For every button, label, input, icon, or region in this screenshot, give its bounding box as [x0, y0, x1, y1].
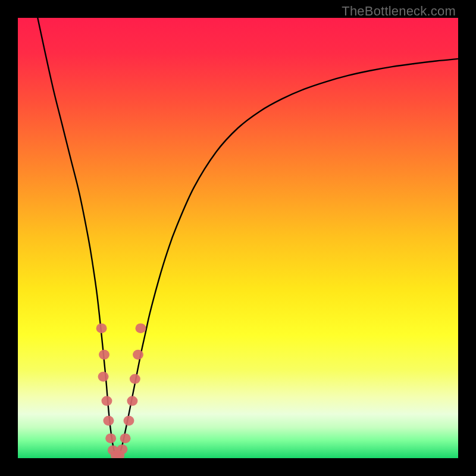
- chart-frame: TheBottleneck.com: [0, 0, 476, 476]
- data-marker: [98, 372, 109, 382]
- data-marker: [117, 444, 127, 455]
- plot-area: [18, 18, 458, 458]
- data-marker: [96, 323, 107, 333]
- bottleneck-curve: [18, 18, 458, 458]
- data-marker: [133, 350, 143, 360]
- data-marker: [103, 416, 114, 426]
- data-marker: [101, 396, 112, 406]
- data-marker: [99, 350, 109, 360]
- data-marker: [120, 433, 131, 443]
- data-marker: [127, 396, 137, 406]
- data-marker: [123, 416, 134, 426]
- watermark-text: TheBottleneck.com: [342, 4, 456, 19]
- data-marker: [130, 374, 140, 384]
- data-marker: [105, 433, 116, 443]
- data-marker: [135, 323, 146, 333]
